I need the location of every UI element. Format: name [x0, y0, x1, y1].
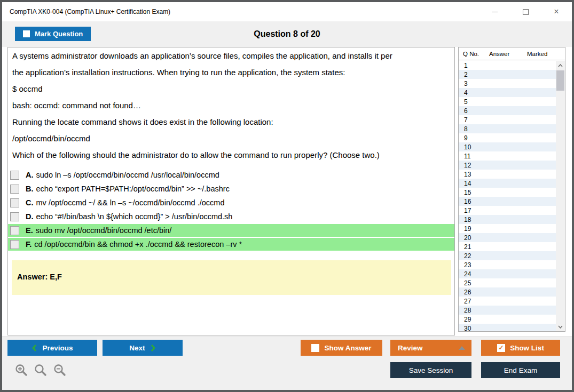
question-list-row[interactable]: 13	[459, 170, 565, 179]
question-number: 29	[464, 316, 471, 323]
footer-bar: Previous Next Show Answer Review ✓ Show …	[2, 337, 572, 390]
title-bar: CompTIA XK0-004 (CompTIA Linux+ Certific…	[2, 2, 572, 21]
question-list-row[interactable]: 2	[459, 70, 565, 79]
question-number: 6	[464, 107, 468, 115]
question-list-row[interactable]: 29	[459, 315, 565, 324]
option-f[interactable]: F. cd /opt/occmd/bin && chmod +x ./occmd…	[8, 238, 454, 251]
column-marked: Marked	[527, 51, 565, 57]
save-session-button[interactable]: Save Session	[390, 362, 471, 378]
question-list-row[interactable]: 11	[459, 151, 565, 161]
chevron-up-icon	[558, 64, 563, 67]
scroll-up-button[interactable]	[556, 61, 565, 70]
maximize-button[interactable]	[510, 2, 541, 21]
question-list-row[interactable]: 5	[459, 97, 565, 106]
question-number: 8	[464, 125, 468, 133]
previous-label: Previous	[42, 344, 73, 352]
question-list-row[interactable]: 17	[459, 206, 565, 215]
minimize-icon	[492, 12, 498, 12]
check-icon: ✓	[499, 345, 504, 351]
question-list-row[interactable]: 21	[459, 242, 565, 251]
close-button[interactable]: ×	[541, 2, 572, 21]
next-label: Next	[129, 344, 145, 352]
question-list-row[interactable]: 12	[459, 161, 565, 170]
question-list-row[interactable]: 25	[459, 278, 565, 287]
option-letter: D.	[26, 212, 34, 221]
question-list-row[interactable]: 6	[459, 106, 565, 115]
option-text: sudo ln –s /opt/occmd/bin/occmd /usr/loc…	[36, 171, 219, 179]
next-button[interactable]: Next	[103, 340, 183, 356]
show-answer-button[interactable]: Show Answer	[301, 340, 382, 356]
option-e-checkbox[interactable]	[10, 226, 19, 235]
question-list-row[interactable]: 23	[459, 260, 565, 269]
question-list-row[interactable]: 7	[459, 115, 565, 124]
question-list-row[interactable]: 8	[459, 124, 565, 133]
option-text: sudo mv /opt/occmd/bin/occmd /etc/bin/	[36, 226, 172, 235]
question-number: 20	[464, 234, 471, 242]
scrollbar-thumb[interactable]	[556, 70, 564, 91]
question-number: 4	[464, 89, 468, 97]
window-title: CompTIA XK0-004 (CompTIA Linux+ Certific…	[10, 8, 170, 15]
question-list-row[interactable]: 16	[459, 197, 565, 206]
question-list-row[interactable]: 20	[459, 233, 565, 242]
option-d-checkbox[interactable]	[10, 212, 19, 221]
question-number: 28	[464, 307, 471, 314]
show-list-checkbox[interactable]: ✓	[497, 344, 505, 352]
question-list-row[interactable]: 22	[459, 251, 565, 260]
minimize-button[interactable]	[479, 2, 510, 21]
question-list-row[interactable]: 1	[459, 61, 565, 70]
review-label: Review	[398, 344, 423, 352]
question-list-row[interactable]: 26	[459, 287, 565, 297]
option-b-checkbox[interactable]	[10, 185, 19, 194]
option-a-checkbox[interactable]	[10, 171, 19, 180]
option-text: cd /opt/occmd/bin && chmod +x ./occmd &&…	[34, 240, 242, 249]
answer-box: Answer: E,F	[12, 260, 451, 295]
question-list-row[interactable]: 9	[459, 133, 565, 142]
zoom-out-icon[interactable]	[53, 364, 67, 377]
question-list-row[interactable]: 10	[459, 142, 565, 151]
question-list-row[interactable]: 4	[459, 88, 565, 97]
question-list-row[interactable]: 15	[459, 188, 565, 197]
option-b[interactable]: B. echo “export PATH=$PATH:/opt/occmd/bi…	[8, 182, 454, 195]
question-number: 23	[464, 261, 471, 269]
question-list-row[interactable]: 24	[459, 269, 565, 278]
question-text-line: /opt/occmd/bin/occmd	[8, 130, 454, 147]
option-text: mv /opt/occmd ~/ && ln –s ~/occmd/bin/oc…	[36, 198, 225, 207]
question-number: 22	[464, 252, 471, 260]
question-number: 1	[464, 62, 468, 69]
option-text: echo “#!/bin/bash \n ${which occmd}” > /…	[36, 212, 233, 221]
option-c[interactable]: C. mv /opt/occmd ~/ && ln –s ~/occmd/bin…	[8, 196, 454, 209]
question-list-scrollbar[interactable]	[556, 61, 565, 331]
review-dropdown-button[interactable]: Review	[390, 340, 471, 356]
zoom-toolbar	[15, 364, 67, 377]
zoom-in-icon[interactable]	[15, 364, 28, 377]
question-list-row[interactable]: 3	[459, 79, 565, 88]
scroll-down-button[interactable]	[556, 322, 565, 331]
question-number: 26	[464, 289, 471, 296]
previous-button[interactable]: Previous	[7, 340, 97, 356]
question-list-row[interactable]: 30	[459, 324, 565, 331]
question-number: 13	[464, 171, 471, 178]
question-text-line: A systems administrator downloads an app…	[8, 47, 454, 64]
question-number: 14	[464, 180, 471, 187]
question-number: 19	[464, 225, 471, 233]
question-counter: Question 8 of 20	[2, 21, 572, 47]
show-answer-checkbox[interactable]	[311, 344, 319, 352]
column-answer: Answer	[489, 51, 527, 57]
end-exam-button[interactable]: End Exam	[481, 362, 560, 378]
end-exam-label: End Exam	[504, 366, 537, 374]
zoom-reset-icon[interactable]	[34, 364, 48, 377]
option-letter: C.	[26, 198, 34, 207]
question-number: 5	[464, 98, 468, 106]
chevron-right-icon	[151, 344, 156, 352]
question-list-row[interactable]: 28	[459, 306, 565, 315]
option-a[interactable]: A. sudo ln –s /opt/occmd/bin/occmd /usr/…	[8, 169, 454, 181]
question-list-row[interactable]: 27	[459, 297, 565, 306]
show-list-button[interactable]: ✓ Show List	[481, 340, 560, 356]
question-list-row[interactable]: 19	[459, 224, 565, 233]
question-list-row[interactable]: 14	[459, 179, 565, 188]
option-f-checkbox[interactable]	[10, 240, 19, 249]
option-e[interactable]: E. sudo mv /opt/occmd/bin/occmd /etc/bin…	[8, 224, 454, 237]
option-d[interactable]: D. echo “#!/bin/bash \n ${which occmd}” …	[8, 210, 454, 223]
option-c-checkbox[interactable]	[10, 198, 19, 207]
question-list-row[interactable]: 18	[459, 215, 565, 224]
